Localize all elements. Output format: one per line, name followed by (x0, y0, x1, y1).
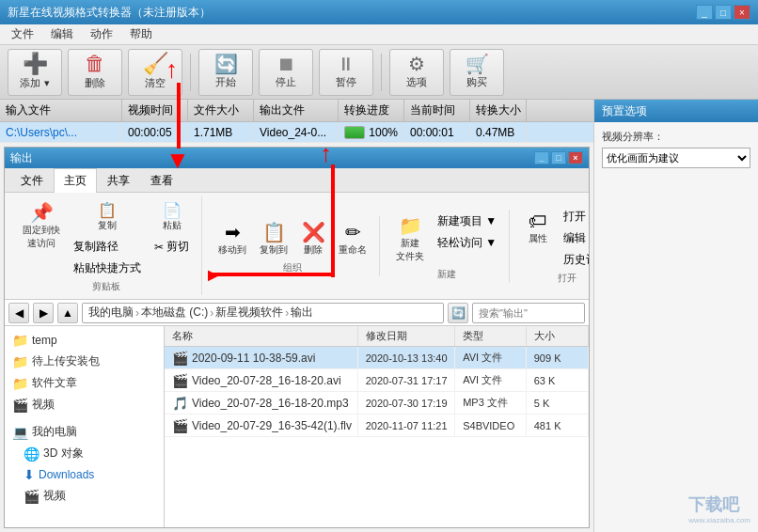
organize-label: 组织 (283, 261, 302, 274)
minimize-button[interactable]: _ (696, 5, 713, 20)
buy-button[interactable]: 🛒 购买 (450, 49, 504, 96)
stop-button[interactable]: ⏹ 停止 (259, 49, 313, 96)
pause-button[interactable]: ⏸ 暂停 (319, 49, 373, 96)
explorer-titlebar-controls: _ □ × (534, 151, 583, 164)
options-label: 选项 (406, 75, 427, 89)
cell-outsize: 0.47MB (470, 122, 527, 142)
add-button[interactable]: ➕ 添加 ▾ (8, 49, 62, 96)
ribbon-group-organize: ➡ 移动到 📋 复制到 ❌ 删除 (206, 216, 380, 276)
buy-icon: 🛒 (466, 55, 489, 73)
open-label: 打开 (558, 272, 576, 285)
tree-item-mypc[interactable]: 💻 我的电脑 (5, 421, 164, 443)
copy-path-button[interactable]: 复制路径 (69, 237, 146, 257)
properties-button[interactable]: 🏷 属性 (521, 207, 555, 248)
explorer-title: 输出 (10, 150, 33, 166)
menu-help[interactable]: 帮助 (122, 24, 160, 44)
tree-label: 视频 (43, 488, 66, 504)
copy-to-button[interactable]: 📋 复制到 (255, 218, 292, 259)
clipboard-items: 📌 固定到快速访问 📋 复制 复制路径 (18, 198, 194, 278)
sep1: › (135, 306, 139, 320)
new-folder-icon: 📁 (399, 214, 422, 237)
address-path[interactable]: 我的电脑 › 本地磁盘 (C:) › 新星视频软件 › 输出 (82, 303, 444, 323)
move-icon: ➡ (225, 221, 241, 243)
clear-button[interactable]: 🧹 清空 (128, 49, 182, 96)
sep2: › (210, 306, 213, 320)
start-label: 开始 (215, 75, 236, 89)
tree-item-downloads[interactable]: ⬇ Downloads (5, 464, 164, 485)
open-items: 🏷 属性 打开 ▼ 编辑 历史记录 (521, 207, 590, 270)
ribbon-tab-share[interactable]: 共享 (97, 168, 140, 193)
video-rate-select[interactable]: 优化画面为建议 (602, 148, 750, 168)
header-vtime: 视频时间 (122, 100, 188, 121)
paste-icon: 📄 (163, 201, 182, 219)
file-table-row[interactable]: C:\Users\pc\... 00:00:05 1.71MB Video_24… (0, 122, 593, 143)
open-button[interactable]: 打开 ▼ (559, 207, 590, 227)
options-icon: ⚙ (408, 55, 425, 73)
up-button[interactable]: ▲ (57, 303, 78, 323)
explorer-window: 输出 _ □ × 文件 主页 共享 查看 (4, 147, 590, 528)
edit-button[interactable]: 编辑 (559, 228, 590, 248)
maximize-button[interactable]: □ (715, 5, 732, 20)
col-size[interactable]: 大小 (527, 326, 589, 346)
file-list-row[interactable]: 🎬 Video_20-07-29_16-35-42(1).flv 2020-11… (165, 415, 589, 437)
tree-item-video2[interactable]: 🎬 视频 (5, 485, 164, 507)
easy-access-button[interactable]: 轻松访问 ▼ (433, 233, 501, 253)
tree-item-3d[interactable]: 🌐 3D 对象 (5, 443, 164, 464)
header-progress: 转换进度 (339, 100, 404, 121)
right-panel: 预置选项 视频分辨率： 优化画面为建议 (593, 100, 758, 532)
file-list-row[interactable]: 🎵 Video_20-07-28_16-18-20.mp3 2020-07-30… (165, 392, 589, 415)
start-button[interactable]: 🔄 开始 (198, 49, 253, 96)
paste-shortcut-button[interactable]: 粘贴快捷方式 (69, 258, 146, 278)
new-folder-button[interactable]: 📁 新建文件夹 (391, 211, 429, 266)
col-type[interactable]: 类型 (455, 326, 527, 346)
tree-label: 3D 对象 (43, 446, 84, 462)
tree-item-video[interactable]: 🎬 视频 (5, 394, 164, 415)
ribbon-tab-home[interactable]: 主页 (54, 168, 97, 193)
search-input[interactable] (472, 303, 585, 323)
forward-button[interactable]: ▶ (33, 303, 54, 323)
explorer-close-button[interactable]: × (568, 151, 583, 164)
new-items: 📁 新建文件夹 新建项目 ▼ 轻松访问 ▼ (391, 211, 501, 266)
close-button[interactable]: × (734, 5, 750, 20)
add-label: 添加 ▾ (20, 76, 49, 90)
file-list-row[interactable]: 🎬 2020-09-11 10-38-59.avi 2020-10-13 13:… (165, 347, 589, 369)
cut-button[interactable]: ✂ 剪切 (150, 237, 194, 257)
col-date[interactable]: 修改日期 (358, 326, 455, 346)
tree-item-articles[interactable]: 📁 软件文章 (5, 372, 164, 394)
copy-button[interactable]: 📋 复制 (69, 198, 146, 235)
path-mypc: 我的电脑 (88, 305, 134, 321)
explorer-minimize-button[interactable]: _ (534, 151, 549, 164)
new-item-button[interactable]: 新建项目 ▼ (433, 211, 501, 231)
menu-edit[interactable]: 编辑 (43, 24, 81, 44)
file-name: 🎵 Video_20-07-28_16-18-20.mp3 (165, 392, 358, 414)
history-button[interactable]: 历史记录 (559, 250, 590, 270)
file-list-row[interactable]: 🎬 Video_20-07-28_16-18-20.avi 2020-07-31… (165, 369, 589, 392)
ribbon: 文件 主页 共享 查看 📌 固定到快速访问 (5, 168, 589, 300)
file-list: 名称 修改日期 类型 大小 🎬 2020-09-11 10-38-59.avi … (165, 326, 589, 527)
menu-file[interactable]: 文件 (4, 24, 41, 44)
pin-button[interactable]: 📌 固定到快速访问 (18, 198, 65, 253)
explorer-titlebar: 输出 _ □ × (5, 148, 589, 168)
main-layout: 输入文件 视频时间 文件大小 输出文件 转换进度 当前时间 转换大小 C:\Us… (0, 100, 758, 532)
options-button[interactable]: ⚙ 选项 (389, 49, 444, 96)
menu-action[interactable]: 动作 (83, 24, 120, 44)
delete-button[interactable]: 🗑 删除 (68, 49, 122, 96)
file-name: 🎬 Video_20-07-29_16-35-42(1).flv (165, 415, 358, 436)
ribbon-tab-view[interactable]: 查看 (140, 168, 183, 193)
ribbon-tab-file[interactable]: 文件 (10, 168, 54, 193)
tree-item-temp[interactable]: 📁 temp (5, 330, 164, 351)
explorer-maximize-button[interactable]: □ (551, 151, 566, 164)
tree-item-upload[interactable]: 📁 待上传安装包 (5, 351, 164, 372)
file-size: 481 K (527, 415, 589, 436)
rename-button[interactable]: ✏ 重命名 (334, 218, 371, 259)
delete-file-button[interactable]: ❌ 删除 (296, 218, 330, 259)
refresh-button[interactable]: 🔄 (448, 303, 468, 323)
titlebar-title: 新星在线视频格式转换器（未注册版本） (8, 5, 211, 21)
stop-label: 停止 (276, 75, 296, 89)
move-to-button[interactable]: ➡ 移动到 (213, 218, 251, 259)
back-button[interactable]: ◀ (8, 303, 29, 323)
col-name[interactable]: 名称 (165, 326, 358, 346)
header-fsize: 文件大小 (188, 100, 254, 121)
paste-button[interactable]: 📄 粘贴 (150, 198, 194, 235)
tree-label: 软件文章 (32, 375, 77, 391)
